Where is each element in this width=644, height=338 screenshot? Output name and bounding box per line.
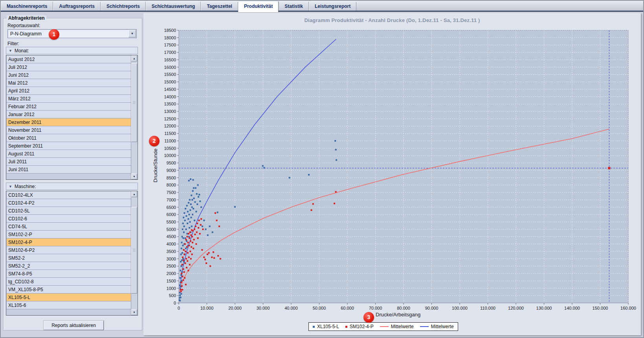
- list-item-cd74-5l[interactable]: CD74-5L: [6, 223, 132, 231]
- svg-text:16500: 16500: [164, 57, 176, 62]
- svg-text:3000: 3000: [167, 257, 176, 261]
- tab-tageszettel[interactable]: Tageszettel: [201, 2, 238, 11]
- list-item-januar-2012[interactable]: Januar 2012: [6, 111, 132, 118]
- group-title: Abfragekriterien: [7, 15, 46, 21]
- svg-text:100.000: 100.000: [452, 306, 468, 310]
- list-item-cd102-4-p2[interactable]: CD102-4-P2: [6, 199, 132, 207]
- legend-label: SM102-4-P: [350, 324, 374, 329]
- list-item-xl105-5-l[interactable]: XL105-5-L: [6, 294, 132, 301]
- tab-statistik[interactable]: Statistik: [279, 2, 309, 11]
- svg-text:160.000: 160.000: [620, 306, 636, 310]
- list-item-mai-2012[interactable]: Mai 2012: [6, 79, 132, 87]
- svg-text:9000: 9000: [167, 168, 176, 173]
- legend-label: Mittelwerte: [391, 324, 414, 329]
- svg-text:2000: 2000: [167, 271, 176, 276]
- list-item-juni-2011[interactable]: Juni 2011: [6, 166, 132, 174]
- svg-text:14500: 14500: [164, 87, 176, 92]
- svg-text:10500: 10500: [164, 146, 176, 151]
- svg-text:80.000: 80.000: [397, 306, 410, 310]
- query-criteria-panel: Abfragekriterien Reportauswahl: P-N-Diag…: [3, 18, 142, 331]
- scroll-down-button[interactable]: ▼: [131, 309, 137, 315]
- svg-text:11500: 11500: [164, 131, 176, 136]
- filter-label: Filter:: [7, 41, 19, 46]
- list-item-cd102-6[interactable]: CD102-6: [6, 215, 132, 223]
- svg-text:8000: 8000: [167, 183, 176, 187]
- svg-text:6500: 6500: [167, 205, 176, 210]
- month-section-label: Monat:: [15, 48, 29, 54]
- tab-schichtauswertung[interactable]: Schichtauswertung: [146, 2, 201, 11]
- list-item-september-2011[interactable]: September 2011: [6, 142, 132, 150]
- list-item-august-2012[interactable]: August 2012: [6, 55, 132, 63]
- list-item-vm_xl105-8-p5[interactable]: VM_XL105-8-P5: [6, 286, 132, 294]
- list-item-oktober-2011[interactable]: Oktober 2011: [6, 134, 132, 142]
- list-item-november-2011[interactable]: November 2011: [6, 126, 132, 134]
- machine-section-header[interactable]: ▼ Maschine:: [6, 183, 138, 190]
- svg-text:9500: 9500: [167, 161, 176, 165]
- month-section-header[interactable]: ▼ Monat:: [6, 47, 138, 54]
- dropdown-arrow-icon[interactable]: ▼: [128, 30, 136, 37]
- svg-text:13000: 13000: [164, 109, 176, 114]
- scroll-up-button[interactable]: ▲: [131, 55, 137, 61]
- svg-text:30.000: 30.000: [257, 306, 270, 310]
- legend-label: XL105-5-L: [317, 324, 339, 329]
- list-item-sm102-2-p[interactable]: SM102-2-P: [6, 231, 132, 238]
- list-item-august-2011[interactable]: August 2011: [6, 150, 132, 158]
- legend-marker-line: [380, 326, 389, 327]
- list-item-sm102-6-p2[interactable]: SM102-6-P2: [6, 246, 132, 254]
- list-item-cd102-5l[interactable]: CD102-5L: [6, 207, 132, 215]
- tab-produktivität[interactable]: Produktivität: [238, 1, 279, 12]
- svg-text:12500: 12500: [164, 116, 176, 121]
- productivity-chart[interactable]: 0500100015002000250030003500400045005000…: [143, 13, 641, 335]
- legend-marker-square: [345, 326, 347, 328]
- list-item-februar-2012[interactable]: Februar 2012: [6, 103, 132, 111]
- tab-auftragsreports[interactable]: Auftragsreports: [53, 2, 101, 11]
- list-item-cd102-4lx[interactable]: CD102-4LX: [6, 191, 132, 199]
- month-list: August 2012Juli 2012Juni 2012Mai 2012Apr…: [6, 55, 138, 180]
- month-list-scrollbar[interactable]: ▲ ▼: [131, 55, 138, 179]
- scroll-down-button[interactable]: ▼: [131, 174, 137, 179]
- svg-text:90.000: 90.000: [425, 306, 439, 310]
- svg-text:4500: 4500: [167, 234, 176, 239]
- legend-marker-square: [313, 326, 315, 328]
- report-select-dropdown[interactable]: P-N-Diagramm ▼: [7, 29, 137, 38]
- svg-text:14000: 14000: [164, 94, 176, 99]
- legend-marker-line: [420, 326, 429, 327]
- list-item-april-2012[interactable]: April 2012: [6, 87, 132, 95]
- scrollbar-thumb[interactable]: [131, 207, 137, 294]
- svg-text:110.000: 110.000: [480, 306, 495, 310]
- scrollbar-thumb[interactable]: [131, 63, 137, 142]
- svg-text:0: 0: [178, 306, 180, 310]
- svg-text:60.000: 60.000: [341, 306, 354, 310]
- machine-list: CD102-4LXCD102-4-P2CD102-5LCD102-6CD74-5…: [6, 191, 138, 316]
- tab-leistungsreport[interactable]: Leistungsreport: [309, 2, 356, 11]
- scroll-up-button[interactable]: ▲: [131, 191, 137, 197]
- list-item-tg_cd102-8[interactable]: tg_CD102-8: [6, 278, 132, 286]
- svg-text:18000: 18000: [164, 35, 176, 40]
- svg-text:1000: 1000: [167, 286, 176, 291]
- x-axis-tick-labels: 010.00020.00030.00040.00050.00060.00070.…: [178, 306, 636, 310]
- list-item-sm52-2_2[interactable]: SM52-2_2: [6, 262, 132, 270]
- list-item-sm52-2[interactable]: SM52-2: [6, 254, 132, 262]
- collapse-triangle-icon: ▼: [9, 185, 12, 188]
- crosshair-point: [608, 167, 610, 169]
- svg-text:17000: 17000: [164, 50, 176, 55]
- legend-item-mittelwerte: Mittelwerte: [420, 324, 454, 329]
- list-item-juli-2012[interactable]: Juli 2012: [6, 63, 132, 71]
- collapse-triangle-icon: ▼: [9, 49, 12, 53]
- svg-text:5000: 5000: [167, 227, 176, 232]
- list-item-dezember-2011[interactable]: Dezember 2011: [6, 118, 132, 126]
- svg-text:3500: 3500: [167, 249, 176, 254]
- list-item-sm102-4-p[interactable]: SM102-4-P: [6, 238, 132, 246]
- svg-text:0: 0: [174, 301, 176, 305]
- list-item-sm74-8-p5[interactable]: SM74-8-P5: [6, 270, 132, 278]
- tab-maschinenreports[interactable]: Maschinenreports: [1, 2, 53, 11]
- list-item-juni-2012[interactable]: Juni 2012: [6, 71, 132, 79]
- refresh-reports-button[interactable]: Reports aktualisieren: [44, 321, 104, 330]
- list-item-juli-2011[interactable]: Juli 2011: [6, 158, 132, 166]
- svg-text:150.000: 150.000: [593, 306, 608, 310]
- list-item-märz-2012[interactable]: März 2012: [6, 95, 132, 103]
- machine-list-scrollbar[interactable]: ▲ ▼: [131, 191, 138, 315]
- list-item-xl105-6[interactable]: XL105-6: [6, 301, 132, 309]
- tab-schichtreports[interactable]: Schichtreports: [101, 2, 146, 11]
- x-axis-title: Drucke/Arbeitsgang: [376, 312, 420, 318]
